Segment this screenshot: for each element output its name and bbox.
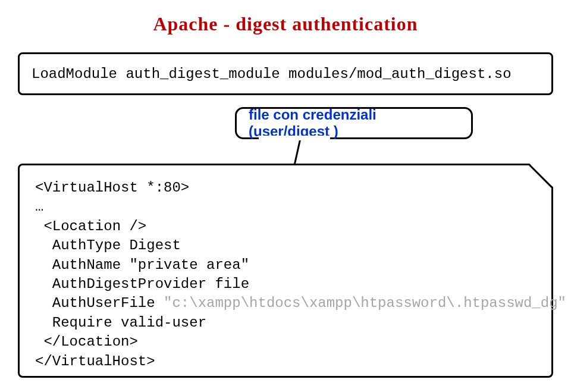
callout-box: file con credenziali (user/digest ) (235, 107, 473, 139)
vhost-close: </VirtualHost> (35, 353, 155, 369)
slide-title: Apache - digest authentication (0, 13, 571, 35)
require: Require valid-user (52, 315, 206, 331)
loadmodule-box: LoadModule auth_digest_module modules/mo… (18, 52, 553, 95)
authuserfile-path: "c:\xampp\htdocs\xampp\htpassword\.htpas… (164, 295, 566, 311)
corner-decoration (529, 164, 553, 187)
authuserfile-label: AuthUserFile (52, 295, 164, 311)
loadmodule-text: LoadModule auth_digest_module modules/mo… (32, 65, 539, 84)
config-content: <VirtualHost *:80> … <Location /> AuthTy… (35, 178, 536, 371)
config-box: <VirtualHost *:80> … <Location /> AuthTy… (18, 164, 553, 378)
authname: AuthName "private area" (52, 257, 249, 273)
vhost-open: <VirtualHost *:80> (35, 180, 189, 196)
ellipsis: … (35, 199, 43, 215)
authtype: AuthType Digest (52, 237, 181, 253)
location-close: </Location> (43, 334, 137, 350)
provider: AuthDigestProvider file (52, 276, 249, 292)
location-open: <Location /> (43, 218, 146, 234)
callout-text: file con credenziali (user/digest ) (249, 106, 459, 140)
